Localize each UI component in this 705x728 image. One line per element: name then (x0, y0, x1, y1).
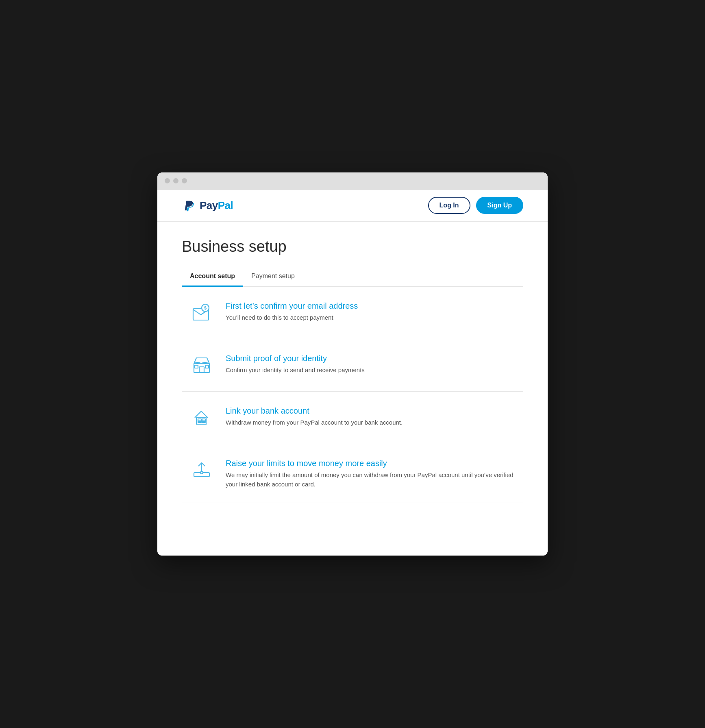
svg-rect-4 (199, 367, 204, 373)
setup-item-raise-limits[interactable]: Raise your limits to move money more eas… (182, 444, 523, 503)
browser-dot-3 (182, 178, 187, 183)
setup-text-raise-limits: Raise your limits to move money more eas… (226, 458, 515, 489)
setup-desc-submit-identity: Confirm your identity to send and receiv… (226, 366, 365, 375)
logo-pay: Pay (200, 199, 218, 211)
page-title: Business setup (182, 238, 523, 255)
bank-icon (190, 405, 214, 430)
setup-text-link-bank: Link your bank account Withdraw money fr… (226, 405, 403, 427)
header-buttons: Log In Sign Up (428, 197, 523, 214)
site-header: PayPal Log In Sign Up (157, 190, 548, 222)
email-icon: $ (190, 301, 214, 325)
setup-list: $ First let’s confirm your email address… (182, 287, 523, 503)
tab-account-setup[interactable]: Account setup (182, 268, 243, 287)
browser-dot-2 (173, 178, 178, 183)
tabs: Account setup Payment setup (182, 268, 523, 287)
login-button[interactable]: Log In (428, 197, 470, 214)
svg-text:$: $ (204, 305, 207, 310)
setup-title-raise-limits[interactable]: Raise your limits to move money more eas… (226, 459, 515, 468)
svg-rect-6 (205, 365, 209, 368)
setup-text-submit-identity: Submit proof of your identity Confirm yo… (226, 353, 365, 375)
browser-dot-1 (165, 178, 170, 183)
browser-toolbar (157, 172, 548, 190)
svg-point-16 (200, 471, 203, 474)
setup-title-link-bank[interactable]: Link your bank account (226, 406, 403, 416)
main-content: Business setup Account setup Payment set… (157, 222, 548, 527)
setup-item-submit-identity[interactable]: Submit proof of your identity Confirm yo… (182, 339, 523, 392)
tab-payment-setup[interactable]: Payment setup (243, 268, 303, 287)
setup-item-link-bank[interactable]: Link your bank account Withdraw money fr… (182, 392, 523, 444)
setup-title-submit-identity[interactable]: Submit proof of your identity (226, 354, 365, 363)
setup-title-confirm-email[interactable]: First let’s confirm your email address (226, 301, 358, 311)
logo-text: PayPal (200, 199, 233, 212)
svg-rect-5 (195, 365, 198, 368)
setup-desc-raise-limits: We may initially limit the amount of mon… (226, 471, 515, 489)
svg-rect-9 (202, 419, 205, 423)
upload-icon (190, 458, 214, 482)
logo-area: PayPal (182, 198, 233, 213)
logo-pal: Pal (218, 199, 233, 211)
setup-text-confirm-email: First let’s confirm your email address Y… (226, 301, 358, 323)
browser-window: PayPal Log In Sign Up Business setup Acc… (157, 172, 548, 556)
setup-item-confirm-email[interactable]: $ First let’s confirm your email address… (182, 287, 523, 339)
store-icon (190, 353, 214, 377)
signup-button[interactable]: Sign Up (476, 197, 523, 214)
svg-rect-8 (198, 419, 201, 423)
setup-desc-link-bank: Withdraw money from your PayPal account … (226, 418, 403, 427)
setup-desc-confirm-email: You’ll need to do this to accept payment (226, 313, 358, 323)
browser-content: PayPal Log In Sign Up Business setup Acc… (157, 190, 548, 556)
paypal-p-icon (182, 198, 196, 213)
